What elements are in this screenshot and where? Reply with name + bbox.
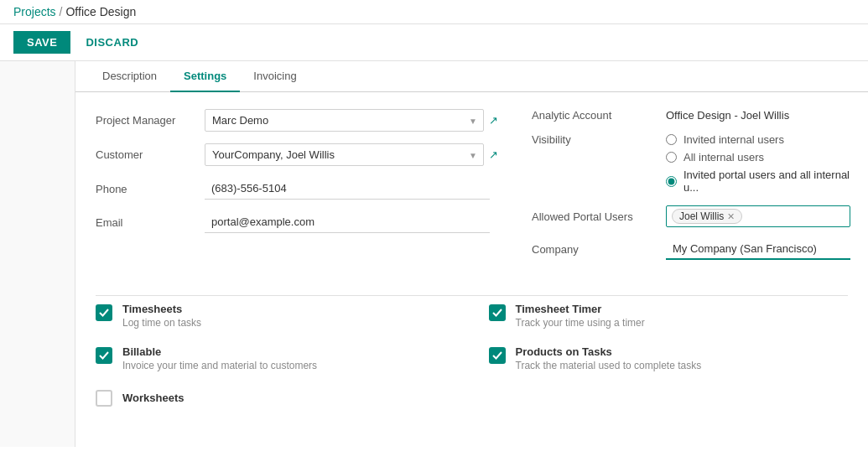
visibility-invited-portal[interactable]: Invited portal users and all internal u.… <box>666 169 850 194</box>
company-input[interactable]: My Company (San Francisco) <box>666 239 850 260</box>
portal-user-tag: Joel Willis ✕ <box>672 209 742 224</box>
visibility-label: Visibility <box>532 133 666 146</box>
timesheet-timer-description: Track your time using a timer <box>516 317 645 329</box>
visibility-invited-portal-label: Invited portal users and all internal u.… <box>683 169 850 194</box>
phone-label: Phone <box>96 183 205 195</box>
billable-title: Billable <box>122 345 317 358</box>
checkmark-icon <box>492 309 502 317</box>
company-label: Company <box>532 243 666 256</box>
products-on-tasks-text: Products on Tasks Track the material use… <box>516 345 702 371</box>
visibility-all-internal-radio[interactable] <box>666 152 677 163</box>
form-left: Project Manager Marc Demo ▼ ↗ Customer <box>96 109 498 272</box>
project-manager-input[interactable]: Marc Demo <box>205 109 484 132</box>
email-input[interactable]: portal@example.com <box>205 211 490 233</box>
breadcrumb-projects-link[interactable]: Projects <box>13 5 56 18</box>
customer-select-wrapper[interactable]: YourCompany, Joel Willis ▼ <box>205 143 484 166</box>
products-on-tasks-title: Products on Tasks <box>516 345 702 358</box>
breadcrumb: Projects / Office Design <box>0 0 868 24</box>
visibility-all-internal-label: All internal users <box>683 151 764 163</box>
breadcrumb-separator: / <box>60 5 63 18</box>
action-bar: SAVE DISCARD <box>0 24 868 61</box>
billable-checkbox-item: Billable Invoice your time and material … <box>96 345 455 371</box>
checkmark-icon <box>492 351 502 360</box>
worksheets-title: Worksheets <box>122 392 184 404</box>
phone-input[interactable]: (683)-556-5104 <box>205 178 490 200</box>
products-on-tasks-checkbox[interactable] <box>489 347 506 364</box>
visibility-radio-group: Invited internal users All internal user… <box>666 133 850 194</box>
timesheets-title: Timesheets <box>122 303 201 315</box>
analytic-account-label: Analytic Account <box>532 109 666 122</box>
visibility-invited-internal[interactable]: Invited internal users <box>666 133 850 146</box>
products-on-tasks-description: Track the material used to complete task… <box>516 360 702 371</box>
form-right: Analytic Account Office Design - Joel Wi… <box>532 109 850 272</box>
visibility-all-internal[interactable]: All internal users <box>666 151 850 163</box>
tab-settings[interactable]: Settings <box>170 61 240 92</box>
phone-row: Phone (683)-556-5104 <box>96 178 498 200</box>
project-manager-field: Marc Demo ▼ ↗ <box>205 109 498 132</box>
visibility-invited-internal-radio[interactable] <box>666 134 677 145</box>
visibility-invited-portal-radio[interactable] <box>666 176 677 187</box>
company-row: Company My Company (San Francisco) <box>532 239 850 260</box>
email-field: portal@example.com <box>205 211 498 233</box>
customer-input[interactable]: YourCompany, Joel Willis <box>205 143 484 166</box>
timesheet-timer-title: Timesheet Timer <box>516 303 645 315</box>
content-area: Description Settings Invoicing Project M… <box>0 61 868 447</box>
products-on-tasks-checkbox-item: Products on Tasks Track the material use… <box>489 345 849 371</box>
discard-button[interactable]: DISCARD <box>77 31 147 54</box>
customer-label: Customer <box>96 148 205 161</box>
customer-row: Customer YourCompany, Joel Willis ▼ ↗ <box>96 143 498 166</box>
visibility-row: Visibility Invited internal users All in… <box>532 133 850 194</box>
sidebar <box>0 61 75 447</box>
tabs: Description Settings Invoicing <box>75 61 868 92</box>
billable-checkbox[interactable] <box>96 347 112 364</box>
project-manager-select-wrapper[interactable]: Marc Demo ▼ <box>205 109 484 132</box>
email-label: Email <box>96 216 205 229</box>
worksheets-checkbox[interactable] <box>96 390 112 407</box>
billable-text: Billable Invoice your time and material … <box>122 345 317 371</box>
visibility-invited-internal-label: Invited internal users <box>683 133 784 146</box>
tab-invoicing[interactable]: Invoicing <box>240 61 309 92</box>
checkmark-icon <box>99 351 109 360</box>
main-content: Description Settings Invoicing Project M… <box>75 61 868 447</box>
timesheets-checkbox-item: Timesheets Log time on tasks <box>96 303 455 329</box>
allowed-portal-tag-input[interactable]: Joel Willis ✕ <box>666 205 850 227</box>
timesheets-checkbox[interactable] <box>96 304 112 321</box>
project-manager-external-link-icon[interactable]: ↗ <box>489 114 498 127</box>
timesheet-timer-text: Timesheet Timer Track your time using a … <box>516 303 645 329</box>
section-divider <box>96 295 848 296</box>
allowed-portal-users-row: Allowed Portal Users Joel Willis ✕ <box>532 205 850 227</box>
tab-description[interactable]: Description <box>89 61 170 92</box>
timesheet-timer-checkbox[interactable] <box>489 304 506 321</box>
timesheet-timer-checkbox-item: Timesheet Timer Track your time using a … <box>489 303 849 329</box>
phone-field: (683)-556-5104 <box>205 178 498 200</box>
portal-user-tag-close-icon[interactable]: ✕ <box>727 211 735 222</box>
form-content: Project Manager Marc Demo ▼ ↗ Customer <box>75 92 868 288</box>
allowed-portal-label: Allowed Portal Users <box>532 210 666 223</box>
timesheets-text: Timesheets Log time on tasks <box>122 303 201 329</box>
customer-external-link-icon[interactable]: ↗ <box>489 148 498 161</box>
worksheets-row: Worksheets <box>75 388 868 415</box>
customer-field: YourCompany, Joel Willis ▼ ↗ <box>205 143 498 166</box>
save-button[interactable]: SAVE <box>13 31 70 54</box>
project-manager-label: Project Manager <box>96 114 205 127</box>
analytic-account-value: Office Design - Joel Willis <box>666 109 789 122</box>
email-row: Email portal@example.com <box>96 211 498 233</box>
project-manager-row: Project Manager Marc Demo ▼ ↗ <box>96 109 498 132</box>
checkmark-icon <box>99 309 109 317</box>
billable-description: Invoice your time and material to custom… <box>122 360 317 371</box>
timesheets-description: Log time on tasks <box>122 317 201 329</box>
breadcrumb-current: Office Design <box>65 5 136 18</box>
checkboxes-section: Timesheets Log time on tasks Timesheet T… <box>75 303 868 388</box>
portal-user-tag-label: Joel Willis <box>679 210 724 222</box>
analytic-account-row: Analytic Account Office Design - Joel Wi… <box>532 109 850 122</box>
